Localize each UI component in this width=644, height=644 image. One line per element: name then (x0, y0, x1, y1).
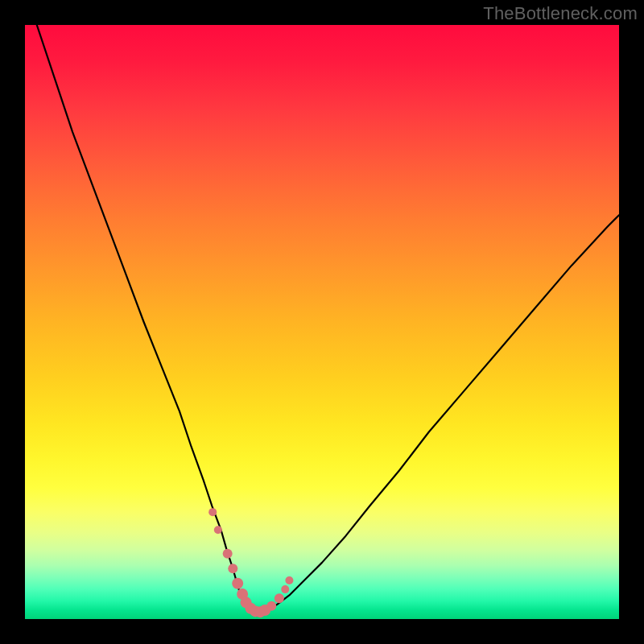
highlight-dot (275, 593, 284, 603)
watermark-text: TheBottleneck.com (483, 3, 638, 24)
chart-frame: TheBottleneck.com (0, 0, 644, 644)
highlight-dot (223, 549, 233, 559)
highlight-dot (266, 601, 276, 611)
highlight-dot (228, 564, 237, 573)
highlight-dot (232, 578, 243, 589)
plot-area (25, 25, 619, 619)
highlight-dots (25, 25, 619, 619)
highlight-dot (281, 585, 289, 593)
highlight-dot (208, 508, 217, 516)
highlight-dot (285, 576, 293, 584)
highlight-dot (214, 526, 222, 534)
